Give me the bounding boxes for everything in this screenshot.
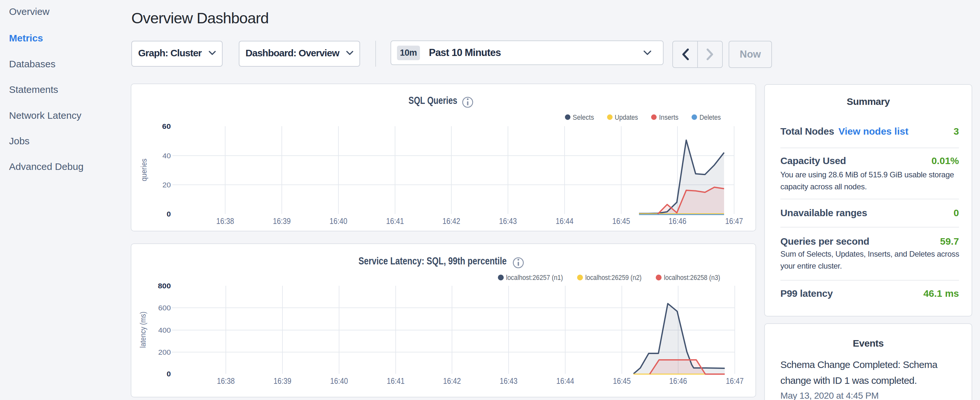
svg-text:16:47: 16:47 [726,376,744,386]
svg-text:16:45: 16:45 [613,376,631,386]
svg-text:16:44: 16:44 [556,217,574,226]
svg-text:16:46: 16:46 [669,217,687,226]
svg-text:16:42: 16:42 [443,376,461,386]
svg-text:800: 800 [158,282,171,290]
svg-text:localhost:26258 (n3): localhost:26258 (n3) [664,274,720,282]
svg-text:600: 600 [158,304,171,312]
svg-text:0: 0 [167,210,171,218]
svg-text:16:46: 16:46 [670,376,687,386]
svg-text:16:38: 16:38 [216,217,234,226]
svg-text:Service Latency: SQL, 99th per: Service Latency: SQL, 99th percentile [358,255,507,267]
svg-text:16:43: 16:43 [499,217,517,226]
svg-text:0: 0 [167,370,171,378]
svg-text:localhost:26259 (n2): localhost:26259 (n2) [585,274,641,282]
svg-text:Updates: Updates [615,113,638,121]
svg-text:16:40: 16:40 [330,217,347,226]
svg-text:16:40: 16:40 [330,376,348,386]
svg-text:16:47: 16:47 [725,217,743,226]
svg-text:queries: queries [140,159,148,181]
svg-text:400: 400 [158,326,171,334]
svg-text:20: 20 [162,181,171,189]
svg-text:16:39: 16:39 [273,217,291,226]
svg-text:40: 40 [162,152,171,160]
svg-text:16:41: 16:41 [387,376,405,386]
svg-text:16:41: 16:41 [386,217,404,226]
svg-text:16:39: 16:39 [274,376,291,386]
svg-text:localhost:26257 (n1): localhost:26257 (n1) [506,274,563,282]
svg-text:SQL Queries: SQL Queries [409,95,458,106]
svg-text:latency (ms): latency (ms) [139,312,147,348]
svg-text:Inserts: Inserts [659,113,678,121]
svg-text:16:45: 16:45 [612,217,630,226]
svg-text:200: 200 [158,348,171,356]
svg-text:Selects: Selects [573,113,594,121]
svg-text:Deletes: Deletes [700,113,721,121]
svg-text:16:42: 16:42 [442,217,460,226]
svg-text:16:44: 16:44 [557,376,574,386]
svg-text:16:38: 16:38 [217,376,235,386]
svg-text:60: 60 [162,122,171,131]
svg-text:16:43: 16:43 [500,376,518,386]
